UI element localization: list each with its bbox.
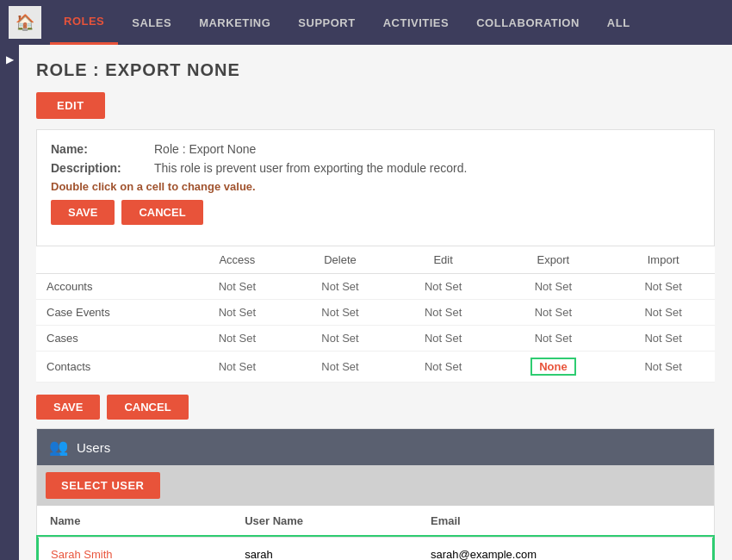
description-label: Description: — [51, 161, 154, 175]
name-value: Role : Export None — [154, 142, 256, 156]
export-cell[interactable]: Not Set — [494, 274, 611, 300]
col-header-delete: Delete — [288, 246, 392, 274]
edit-cell[interactable]: Not Set — [392, 352, 495, 383]
nav-item-support[interactable]: SUPPORT — [284, 0, 369, 45]
table-header-row: Access Delete Edit Export Import — [36, 246, 715, 274]
main-content: ROLE : EXPORT NONE EDIT Name: Role : Exp… — [19, 45, 732, 560]
edit-cell[interactable]: Not Set — [392, 300, 495, 326]
description-value: This role is prevent user from exporting… — [154, 161, 467, 175]
access-cell[interactable]: Not Set — [186, 352, 289, 383]
user-email-cell: sarah@example.com — [419, 537, 713, 560]
delete-cell[interactable]: Not Set — [288, 326, 392, 352]
top-btn-row: SAVE CANCEL — [51, 200, 700, 225]
module-cell: Case Events — [36, 300, 186, 326]
import-cell[interactable]: Not Set — [611, 300, 715, 326]
nav-item-sales[interactable]: SALES — [118, 0, 185, 45]
import-cell[interactable]: Not Set — [611, 326, 715, 352]
user-username-cell: sarah — [233, 537, 419, 560]
users-header: 👥 Users — [37, 429, 714, 465]
table-row: Case Events Not Set Not Set Not Set Not … — [36, 300, 715, 326]
edit-cell[interactable]: Not Set — [392, 326, 495, 352]
page-title: ROLE : EXPORT NONE — [36, 60, 715, 80]
top-navigation: 🏠 ROLES SALES MARKETING SUPPORT ACTIVITI… — [0, 0, 732, 45]
save-button-top[interactable]: SAVE — [51, 200, 115, 225]
export-cell[interactable]: Not Set — [494, 300, 611, 326]
edit-button[interactable]: EDIT — [36, 92, 105, 119]
table-row: Accounts Not Set Not Set Not Set Not Set… — [36, 274, 715, 300]
home-icon: 🏠 — [16, 13, 34, 32]
cancel-button-top[interactable]: CANCEL — [121, 200, 202, 225]
delete-cell[interactable]: Not Set — [288, 274, 392, 300]
nav-items: ROLES SALES MARKETING SUPPORT ACTIVITIES… — [50, 0, 644, 45]
home-button[interactable]: 🏠 — [9, 6, 41, 39]
edit-cell[interactable]: Not Set — [392, 274, 495, 300]
export-cell-highlighted[interactable]: None — [494, 352, 611, 383]
nav-item-marketing[interactable]: MARKETING — [185, 0, 284, 45]
user-row: Sarah Smith sarah sarah@example.com — [38, 537, 713, 560]
sidebar-toggle[interactable]: ▶ — [0, 45, 19, 560]
save-button-bottom[interactable]: SAVE — [36, 395, 100, 420]
import-cell[interactable]: Not Set — [611, 274, 715, 300]
users-header-row: Name User Name Email — [38, 506, 713, 537]
access-cell[interactable]: Not Set — [186, 326, 289, 352]
module-cell: Accounts — [36, 274, 186, 300]
double-click-note: Double click on a cell to change value. — [51, 180, 700, 193]
nav-item-roles[interactable]: ROLES — [50, 0, 118, 45]
import-cell[interactable]: Not Set — [611, 352, 715, 383]
col-header-module — [36, 246, 186, 274]
users-header-label: Users — [77, 440, 110, 455]
col-header-import: Import — [611, 246, 715, 274]
role-info-section: Name: Role : Export None Description: Th… — [36, 129, 715, 246]
access-cell[interactable]: Not Set — [186, 300, 289, 326]
access-cell[interactable]: Not Set — [186, 274, 289, 300]
name-label: Name: — [51, 142, 154, 156]
users-icon: 👥 — [49, 438, 68, 457]
nav-item-activities[interactable]: ACTIVITIES — [369, 0, 463, 45]
select-user-bar: SELECT USER — [37, 465, 714, 506]
col-header-export: Export — [494, 246, 611, 274]
toggle-arrow-icon: ▶ — [6, 53, 14, 65]
users-table: Name User Name Email Sarah Smith sarah s… — [37, 506, 714, 560]
col-header-email: Email — [419, 506, 713, 537]
bottom-btn-row: SAVE CANCEL — [36, 395, 715, 420]
roles-table: Access Delete Edit Export Import Account… — [36, 246, 715, 383]
delete-cell[interactable]: Not Set — [288, 300, 392, 326]
module-cell: Cases — [36, 326, 186, 352]
table-row: Cases Not Set Not Set Not Set Not Set No… — [36, 326, 715, 352]
module-cell: Contacts — [36, 352, 186, 383]
cancel-button-bottom[interactable]: CANCEL — [107, 395, 188, 420]
description-row: Description: This role is prevent user f… — [51, 161, 700, 175]
nav-item-collaboration[interactable]: COLLABORATION — [462, 0, 593, 45]
col-header-name: Name — [38, 506, 233, 537]
nav-item-all[interactable]: ALL — [593, 0, 644, 45]
user-name-cell[interactable]: Sarah Smith — [38, 537, 233, 560]
export-cell[interactable]: Not Set — [494, 326, 611, 352]
col-header-edit: Edit — [392, 246, 495, 274]
layout: ▶ ROLE : EXPORT NONE EDIT Name: Role : E… — [0, 45, 732, 560]
col-header-access: Access — [186, 246, 289, 274]
user-name-link[interactable]: Sarah Smith — [51, 548, 113, 560]
table-row: Contacts Not Set Not Set Not Set None No… — [36, 352, 715, 383]
col-header-username: User Name — [233, 506, 419, 537]
select-user-button[interactable]: SELECT USER — [46, 472, 160, 499]
name-row: Name: Role : Export None — [51, 142, 700, 156]
delete-cell[interactable]: Not Set — [288, 352, 392, 383]
users-section: 👥 Users SELECT USER Name User Name Email… — [36, 428, 715, 560]
